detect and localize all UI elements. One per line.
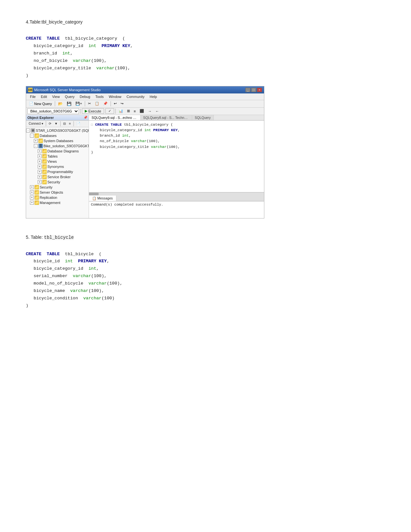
- section5: 5. Table: tbl_bicycle CREATE TABLE tbl_b…: [26, 235, 385, 310]
- results-grid-button[interactable]: ⊞: [125, 108, 132, 114]
- tree-programmability[interactable]: + 📁 Programmability: [26, 169, 89, 174]
- check-icon: ✓: [108, 109, 111, 113]
- oe-refresh-btn[interactable]: ⟳: [47, 121, 53, 126]
- menu-file[interactable]: File: [27, 94, 38, 99]
- oe-toolbar: Connect ▾ ⟳ ▼ ⊟ ≡ 📄: [26, 121, 89, 127]
- oe-filter-btn[interactable]: ▼: [53, 121, 59, 126]
- messages-tab[interactable]: 📋 Messages: [89, 196, 116, 201]
- oe-tree: - 🖥 STAR_LORD\S9O37G6GKT (SQL Serv - 📁 D…: [26, 127, 89, 218]
- close-button[interactable]: ×: [257, 88, 262, 92]
- menu-window[interactable]: Window: [106, 94, 124, 99]
- execute-label: Execute: [88, 109, 101, 113]
- replication-icon: 📁: [34, 195, 39, 200]
- tree-databases[interactable]: - 📁 Databases: [26, 133, 89, 138]
- results-text-button[interactable]: ≡: [132, 109, 137, 114]
- menu-debug[interactable]: Debug: [77, 94, 93, 99]
- bike-db-label: Bike_solution_S9O37G6GKT: [44, 144, 89, 148]
- hscroll-thumb[interactable]: [89, 193, 99, 195]
- diagrams-icon: 📁: [42, 149, 47, 153]
- menu-help[interactable]: Help: [147, 94, 160, 99]
- oe-pin-icon[interactable]: 📌: [83, 116, 87, 119]
- tree-system-databases[interactable]: + 📁 System Databases: [26, 138, 89, 143]
- server-expander[interactable]: -: [26, 129, 30, 132]
- oe-collapse-btn[interactable]: ⊟: [62, 121, 67, 126]
- indent-button[interactable]: →: [146, 109, 153, 114]
- replication-expander[interactable]: +: [30, 196, 34, 199]
- server-icon: 🖥: [31, 128, 35, 133]
- menu-community[interactable]: Community: [124, 94, 147, 99]
- tree-management[interactable]: + 📁 Management: [26, 200, 89, 205]
- views-expander[interactable]: +: [38, 160, 42, 163]
- outdent-button[interactable]: ←: [154, 109, 161, 114]
- maximize-button[interactable]: □: [251, 88, 256, 92]
- menu-edit[interactable]: Edit: [38, 94, 50, 99]
- save-button[interactable]: 💾: [65, 101, 73, 107]
- menu-tools[interactable]: Tools: [93, 94, 106, 99]
- query-editor[interactable]: □ CREATE TABLE tbl_bicycle_category ( bi…: [89, 121, 264, 192]
- tree-bike-solution[interactable]: - 🗄 Bike_solution_S9O37G6GKT: [26, 143, 89, 149]
- query-line5: bicycle_category_title varchar(100),: [91, 144, 262, 150]
- tree-db-security[interactable]: + 📁 Security: [26, 179, 89, 185]
- ssms-window-controls: _ □ ×: [245, 88, 262, 92]
- tree-server-security[interactable]: + 📁 Security: [26, 185, 89, 190]
- paste-button[interactable]: 📌: [102, 101, 109, 106]
- db-sec-expander[interactable]: +: [38, 180, 42, 184]
- tree-replication[interactable]: + 📁 Replication: [26, 195, 89, 200]
- tree-db-diagrams[interactable]: + 📁 Database Diagrams: [26, 149, 89, 154]
- saveall-button[interactable]: 💾+: [74, 101, 83, 106]
- section4-code: CREATE TABLE tbl_bicycle_category ( bicy…: [26, 28, 385, 80]
- tree-service-broker[interactable]: + 📁 Service Broker: [26, 174, 89, 179]
- toolbar-separator2: [85, 101, 85, 106]
- redo-button[interactable]: ↪: [119, 101, 125, 106]
- oe-new-query-btn[interactable]: 📄: [75, 121, 82, 126]
- object-explorer-header: Object Explorer 📌: [26, 115, 89, 121]
- databases-folder-icon: 📁: [34, 133, 39, 138]
- tree-server-objects[interactable]: + 📁 Server Objects: [26, 190, 89, 195]
- prog-expander[interactable]: +: [38, 170, 42, 174]
- new-query-button[interactable]: 📄 New Query: [27, 101, 54, 106]
- tables-icon: 📁: [42, 154, 47, 159]
- oe-summary-btn[interactable]: ≡: [68, 121, 72, 126]
- server-obj-expander[interactable]: +: [30, 190, 34, 194]
- oe-sep1: [46, 121, 46, 126]
- tree-server[interactable]: - 🖥 STAR_LORD\S9O37G6GKT (SQL Serv: [26, 128, 89, 133]
- sys-db-label: System Databases: [44, 139, 73, 143]
- undo-button[interactable]: ↩: [112, 101, 118, 106]
- databases-expander[interactable]: -: [30, 134, 34, 138]
- diagrams-expander[interactable]: +: [38, 149, 42, 153]
- section5-title: 5. Table: tbl_bicycle: [26, 235, 385, 240]
- oe-connect-button[interactable]: Connect ▾: [27, 121, 44, 126]
- copy-button[interactable]: 📋: [93, 101, 101, 106]
- messages-content: Command(s) completed successfully.: [89, 201, 264, 208]
- tables-expander[interactable]: +: [38, 154, 42, 158]
- stop-button[interactable]: ⬛: [138, 108, 146, 114]
- tree-tables[interactable]: + 📁 Tables: [26, 154, 89, 159]
- tab-sqlquery[interactable]: SQLQuery: [192, 115, 214, 120]
- sys-db-expander[interactable]: +: [34, 139, 38, 143]
- execute-button[interactable]: ▶ Execute: [82, 108, 104, 114]
- prog-label: Programmability: [47, 170, 73, 174]
- open-button[interactable]: 📂: [56, 101, 64, 107]
- tab-query8[interactable]: SQLQuery8.sql - S... Techno Park (59)): [141, 115, 192, 120]
- new-query-icon: 📄: [29, 102, 34, 106]
- check-button[interactable]: ✓: [105, 108, 114, 114]
- views-label: Views: [47, 160, 57, 163]
- cut-button[interactable]: ✂: [86, 101, 93, 106]
- database-selector[interactable]: Bike_solution_S9O37G6GK1: [27, 108, 79, 114]
- server-sec-expander[interactable]: +: [30, 185, 34, 189]
- query-line2: bicycle_category_id int PRIMARY KEY,: [91, 127, 262, 133]
- parse-button[interactable]: 📊: [117, 108, 125, 114]
- bike-expander[interactable]: -: [34, 144, 38, 148]
- management-expander[interactable]: +: [30, 201, 34, 205]
- synonyms-expander[interactable]: +: [38, 165, 42, 169]
- menu-view[interactable]: View: [50, 94, 63, 99]
- sb-expander[interactable]: +: [38, 175, 42, 179]
- menu-query[interactable]: Query: [62, 94, 77, 99]
- query-hscrollbar[interactable]: [89, 192, 264, 196]
- object-explorer: Object Explorer 📌 Connect ▾ ⟳ ▼ ⊟ ≡ 📄: [26, 115, 89, 218]
- tree-synonyms[interactable]: + 📁 Synonyms: [26, 164, 89, 169]
- minimize-button[interactable]: _: [245, 88, 250, 92]
- tab-query9[interactable]: SQLQuery9.sql - S...echno Park (60))*: [89, 115, 141, 121]
- toolbar2-separator2: [115, 109, 116, 114]
- tree-views[interactable]: + 📁 Views: [26, 159, 89, 164]
